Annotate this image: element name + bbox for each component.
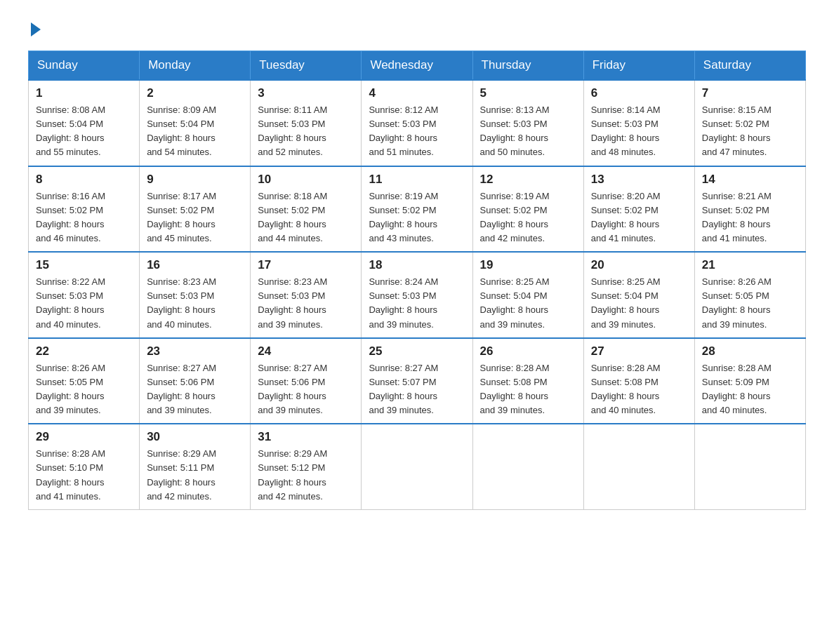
calendar-week-row: 29Sunrise: 8:28 AMSunset: 5:10 PMDayligh… [29, 424, 806, 509]
calendar-day-cell: 23Sunrise: 8:27 AMSunset: 5:06 PMDayligh… [140, 338, 251, 424]
logo [28, 21, 41, 36]
calendar-day-cell: 16Sunrise: 8:23 AMSunset: 5:03 PMDayligh… [140, 252, 251, 338]
calendar-body: 1Sunrise: 8:08 AMSunset: 5:04 PMDaylight… [29, 80, 806, 509]
day-number: 15 [36, 258, 132, 272]
day-info: Sunrise: 8:27 AMSunset: 5:07 PMDaylight:… [369, 361, 465, 418]
calendar-day-cell: 7Sunrise: 8:15 AMSunset: 5:02 PMDaylight… [694, 80, 805, 166]
calendar-day-cell [583, 424, 694, 509]
day-info: Sunrise: 8:29 AMSunset: 5:12 PMDaylight:… [258, 447, 354, 504]
day-of-week-header: Tuesday [251, 51, 362, 81]
calendar-day-cell [472, 424, 583, 509]
day-info: Sunrise: 8:24 AMSunset: 5:03 PMDaylight:… [369, 275, 465, 332]
day-number: 6 [591, 86, 687, 100]
day-number: 25 [369, 344, 465, 358]
calendar-day-cell: 21Sunrise: 8:26 AMSunset: 5:05 PMDayligh… [694, 252, 805, 338]
day-number: 2 [147, 86, 243, 100]
calendar-day-cell: 24Sunrise: 8:27 AMSunset: 5:06 PMDayligh… [251, 338, 362, 424]
calendar-day-cell: 18Sunrise: 8:24 AMSunset: 5:03 PMDayligh… [362, 252, 472, 338]
day-number: 11 [369, 173, 465, 187]
calendar-day-cell: 1Sunrise: 8:08 AMSunset: 5:04 PMDaylight… [29, 80, 140, 166]
day-info: Sunrise: 8:23 AMSunset: 5:03 PMDaylight:… [258, 275, 354, 332]
day-number: 7 [702, 86, 798, 100]
calendar-day-cell: 15Sunrise: 8:22 AMSunset: 5:03 PMDayligh… [29, 252, 140, 338]
day-number: 24 [258, 344, 354, 358]
day-info: Sunrise: 8:18 AMSunset: 5:02 PMDaylight:… [258, 189, 354, 246]
day-number: 19 [480, 258, 576, 272]
day-info: Sunrise: 8:19 AMSunset: 5:02 PMDaylight:… [480, 189, 576, 246]
calendar-day-cell: 9Sunrise: 8:17 AMSunset: 5:02 PMDaylight… [140, 166, 251, 253]
day-number: 13 [591, 173, 687, 187]
day-info: Sunrise: 8:20 AMSunset: 5:02 PMDaylight:… [591, 189, 687, 246]
calendar-week-row: 15Sunrise: 8:22 AMSunset: 5:03 PMDayligh… [29, 252, 806, 338]
day-number: 14 [702, 173, 798, 187]
logo-arrow-icon [31, 22, 41, 36]
calendar-day-cell: 19Sunrise: 8:25 AMSunset: 5:04 PMDayligh… [472, 252, 583, 338]
day-info: Sunrise: 8:21 AMSunset: 5:02 PMDaylight:… [702, 189, 798, 246]
day-number: 17 [258, 258, 354, 272]
day-number: 22 [36, 344, 132, 358]
day-info: Sunrise: 8:29 AMSunset: 5:11 PMDaylight:… [147, 447, 243, 504]
day-number: 16 [147, 258, 243, 272]
day-number: 28 [702, 344, 798, 358]
day-info: Sunrise: 8:26 AMSunset: 5:05 PMDaylight:… [36, 361, 132, 418]
day-of-week-header: Sunday [29, 51, 140, 81]
day-number: 26 [480, 344, 576, 358]
day-number: 3 [258, 86, 354, 100]
day-info: Sunrise: 8:08 AMSunset: 5:04 PMDaylight:… [36, 103, 132, 160]
day-number: 30 [147, 430, 243, 444]
day-number: 5 [480, 86, 576, 100]
calendar-day-cell: 25Sunrise: 8:27 AMSunset: 5:07 PMDayligh… [362, 338, 472, 424]
day-of-week-header: Friday [583, 51, 694, 81]
day-info: Sunrise: 8:27 AMSunset: 5:06 PMDaylight:… [258, 361, 354, 418]
day-number: 18 [369, 258, 465, 272]
calendar-day-cell: 8Sunrise: 8:16 AMSunset: 5:02 PMDaylight… [29, 166, 140, 253]
day-info: Sunrise: 8:23 AMSunset: 5:03 PMDaylight:… [147, 275, 243, 332]
day-info: Sunrise: 8:28 AMSunset: 5:08 PMDaylight:… [480, 361, 576, 418]
calendar-day-cell: 22Sunrise: 8:26 AMSunset: 5:05 PMDayligh… [29, 338, 140, 424]
day-info: Sunrise: 8:19 AMSunset: 5:02 PMDaylight:… [369, 189, 465, 246]
day-number: 4 [369, 86, 465, 100]
day-info: Sunrise: 8:17 AMSunset: 5:02 PMDaylight:… [147, 189, 243, 246]
days-of-week-row: SundayMondayTuesdayWednesdayThursdayFrid… [29, 51, 806, 81]
calendar-day-cell: 2Sunrise: 8:09 AMSunset: 5:04 PMDaylight… [140, 80, 251, 166]
day-number: 29 [36, 430, 132, 444]
calendar-day-cell [362, 424, 472, 509]
calendar-day-cell: 28Sunrise: 8:28 AMSunset: 5:09 PMDayligh… [694, 338, 805, 424]
page-header [28, 21, 806, 36]
day-number: 1 [36, 86, 132, 100]
calendar-day-cell: 17Sunrise: 8:23 AMSunset: 5:03 PMDayligh… [251, 252, 362, 338]
calendar-week-row: 1Sunrise: 8:08 AMSunset: 5:04 PMDaylight… [29, 80, 806, 166]
day-number: 31 [258, 430, 354, 444]
calendar-day-cell: 20Sunrise: 8:25 AMSunset: 5:04 PMDayligh… [583, 252, 694, 338]
day-number: 12 [480, 173, 576, 187]
day-number: 8 [36, 173, 132, 187]
calendar-day-cell: 26Sunrise: 8:28 AMSunset: 5:08 PMDayligh… [472, 338, 583, 424]
day-info: Sunrise: 8:28 AMSunset: 5:10 PMDaylight:… [36, 447, 132, 504]
calendar-day-cell [694, 424, 805, 509]
calendar-header: SundayMondayTuesdayWednesdayThursdayFrid… [29, 51, 806, 81]
day-number: 20 [591, 258, 687, 272]
calendar-day-cell: 4Sunrise: 8:12 AMSunset: 5:03 PMDaylight… [362, 80, 472, 166]
day-info: Sunrise: 8:16 AMSunset: 5:02 PMDaylight:… [36, 189, 132, 246]
calendar-day-cell: 3Sunrise: 8:11 AMSunset: 5:03 PMDaylight… [251, 80, 362, 166]
calendar-day-cell: 29Sunrise: 8:28 AMSunset: 5:10 PMDayligh… [29, 424, 140, 509]
calendar-day-cell: 14Sunrise: 8:21 AMSunset: 5:02 PMDayligh… [694, 166, 805, 253]
calendar-week-row: 22Sunrise: 8:26 AMSunset: 5:05 PMDayligh… [29, 338, 806, 424]
day-info: Sunrise: 8:28 AMSunset: 5:08 PMDaylight:… [591, 361, 687, 418]
day-info: Sunrise: 8:09 AMSunset: 5:04 PMDaylight:… [147, 103, 243, 160]
day-info: Sunrise: 8:25 AMSunset: 5:04 PMDaylight:… [480, 275, 576, 332]
day-of-week-header: Saturday [694, 51, 805, 81]
day-of-week-header: Wednesday [362, 51, 472, 81]
day-info: Sunrise: 8:15 AMSunset: 5:02 PMDaylight:… [702, 103, 798, 160]
day-info: Sunrise: 8:14 AMSunset: 5:03 PMDaylight:… [591, 103, 687, 160]
day-info: Sunrise: 8:28 AMSunset: 5:09 PMDaylight:… [702, 361, 798, 418]
calendar-day-cell: 13Sunrise: 8:20 AMSunset: 5:02 PMDayligh… [583, 166, 694, 253]
day-info: Sunrise: 8:11 AMSunset: 5:03 PMDaylight:… [258, 103, 354, 160]
day-info: Sunrise: 8:22 AMSunset: 5:03 PMDaylight:… [36, 275, 132, 332]
calendar-week-row: 8Sunrise: 8:16 AMSunset: 5:02 PMDaylight… [29, 166, 806, 253]
calendar-day-cell: 31Sunrise: 8:29 AMSunset: 5:12 PMDayligh… [251, 424, 362, 509]
day-of-week-header: Monday [140, 51, 251, 81]
day-of-week-header: Thursday [472, 51, 583, 81]
day-number: 27 [591, 344, 687, 358]
day-number: 9 [147, 173, 243, 187]
